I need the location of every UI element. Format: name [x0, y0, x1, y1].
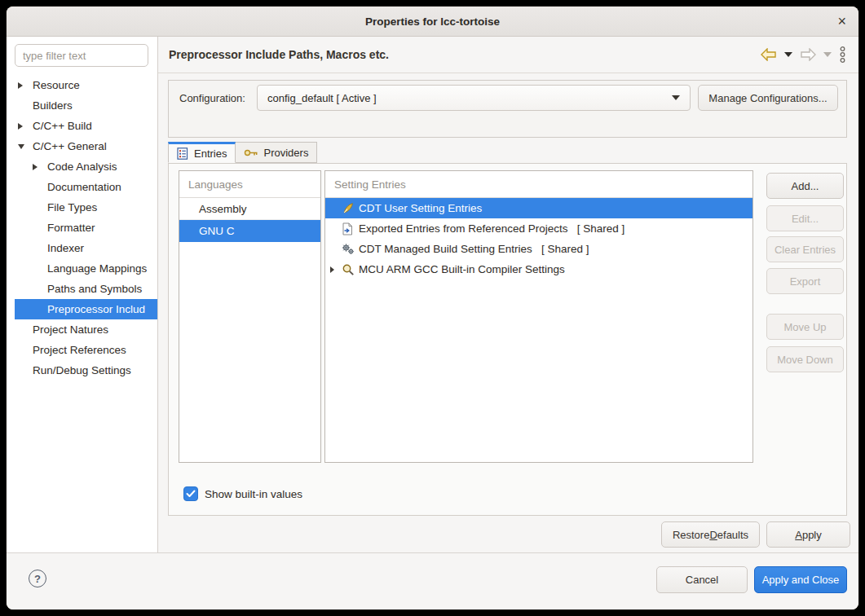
- chevron-down-icon: [672, 95, 680, 100]
- dialog-button-bar: ? Cancel Apply and Close: [7, 552, 858, 609]
- dialog-title: Properties for lcc-tortoise: [365, 15, 500, 28]
- apply-button[interactable]: Apply: [766, 521, 850, 548]
- manage-configurations-button[interactable]: Manage Configurations...: [698, 85, 838, 111]
- chevron-right-icon[interactable]: [330, 266, 334, 273]
- sidebar-item-formatter[interactable]: Formatter: [7, 218, 157, 238]
- sidebar-item-code-analysis[interactable]: Code Analysis: [7, 156, 157, 177]
- gears-icon: [342, 243, 355, 256]
- chevron-right-icon[interactable]: [18, 82, 23, 89]
- forward-history-dropdown-icon[interactable]: [823, 52, 832, 57]
- shared-badge: [ Shared ]: [577, 222, 625, 235]
- languages-panel: Languages Assembly GNU C: [179, 170, 321, 463]
- chevron-down-icon[interactable]: [18, 144, 24, 149]
- export-button[interactable]: Export: [766, 268, 844, 294]
- back-history-dropdown-icon[interactable]: [784, 52, 792, 57]
- magnifier-icon: [342, 263, 355, 276]
- quill-pen-icon: [342, 202, 355, 215]
- key-icon: [244, 148, 258, 157]
- close-icon[interactable]: ×: [837, 14, 846, 29]
- sidebar-item-run-debug-settings[interactable]: Run/Debug Settings: [7, 360, 157, 381]
- page-content: Preprocessor Include Paths, Macros etc.: [158, 37, 858, 552]
- tab-entries[interactable]: Entries: [168, 142, 236, 163]
- settings-tree: Resource Builders C/C++ Build C/C++ Gene…: [7, 73, 157, 552]
- titlebar: Properties for lcc-tortoise ×: [7, 7, 858, 37]
- sidebar-item-resource[interactable]: Resource: [7, 75, 157, 95]
- exported-document-icon: [342, 222, 353, 235]
- language-item-assembly[interactable]: Assembly: [179, 198, 320, 220]
- clear-entries-button[interactable]: Clear Entries: [766, 236, 844, 262]
- sidebar-item-documentation[interactable]: Documentation: [7, 177, 157, 197]
- sidebar-item-indexer[interactable]: Indexer: [7, 238, 157, 258]
- move-up-button[interactable]: Move Up: [766, 314, 844, 340]
- configuration-label: Configuration:: [179, 92, 257, 104]
- chevron-right-icon[interactable]: [33, 164, 38, 170]
- move-down-button[interactable]: Move Down: [766, 346, 844, 372]
- sidebar-item-language-mappings[interactable]: Language Mappings: [7, 258, 157, 279]
- tab-providers[interactable]: Providers: [236, 142, 317, 163]
- sidebar-item-project-natures[interactable]: Project Natures: [7, 319, 157, 340]
- properties-dialog: Properties for lcc-tortoise × Resource B…: [7, 7, 858, 609]
- entry-cdt-managed-build[interactable]: CDT Managed Build Setting Entries [ Shar…: [325, 239, 752, 259]
- sidebar-item-cpp-build[interactable]: C/C++ Build: [7, 116, 157, 136]
- language-item-gnu-c[interactable]: GNU C: [179, 220, 320, 242]
- chevron-right-icon[interactable]: [18, 123, 23, 130]
- sidebar-item-preprocessor-include[interactable]: Preprocessor Includ: [15, 299, 157, 319]
- page-title: Preprocessor Include Paths, Macros etc.: [169, 48, 389, 61]
- restore-defaults-button[interactable]: Restore Defaults: [661, 521, 760, 548]
- entry-mcu-arm-gcc-builtin[interactable]: MCU ARM GCC Built-in Compiler Settings: [325, 259, 752, 279]
- sidebar-item-paths-and-symbols[interactable]: Paths and Symbols: [7, 279, 157, 299]
- sidebar-item-builders[interactable]: Builders: [7, 95, 157, 116]
- configuration-panel: Configuration: config_default [ Active ]…: [168, 80, 847, 138]
- sidebar-item-file-types[interactable]: File Types: [7, 197, 157, 218]
- entry-cdt-user-setting-entries[interactable]: CDT User Setting Entries: [325, 198, 752, 218]
- entries-tab-content: Languages Assembly GNU C Setting Entries: [168, 163, 847, 516]
- help-icon[interactable]: ?: [29, 570, 46, 587]
- checkbox-label: Show built-in values: [205, 488, 302, 500]
- show-builtin-values-option[interactable]: Show built-in values: [183, 486, 302, 501]
- languages-header: Languages: [179, 171, 320, 198]
- sidebar-item-cpp-general[interactable]: C/C++ General: [7, 136, 157, 156]
- sidebar-item-project-references[interactable]: Project References: [7, 340, 157, 360]
- entry-exported-entries[interactable]: Exported Entries from Referenced Project…: [325, 218, 752, 239]
- setting-entries-header: Setting Entries: [325, 171, 752, 198]
- add-button[interactable]: Add...: [766, 173, 844, 199]
- edit-button[interactable]: Edit...: [766, 205, 844, 231]
- page-header: Preprocessor Include Paths, Macros etc.: [158, 37, 858, 73]
- apply-and-close-button[interactable]: Apply and Close: [754, 566, 847, 593]
- shared-badge: [ Shared ]: [541, 243, 589, 255]
- defaults-row: Restore Defaults Apply: [661, 521, 850, 548]
- tab-bar: Entries Providers: [168, 142, 317, 163]
- filter-input[interactable]: [15, 44, 148, 67]
- view-menu-icon[interactable]: [839, 46, 846, 64]
- configuration-select[interactable]: config_default [ Active ]: [257, 85, 691, 111]
- back-icon[interactable]: [761, 48, 777, 61]
- checkbox-checked-icon[interactable]: [183, 486, 198, 501]
- settings-sidebar: Resource Builders C/C++ Build C/C++ Gene…: [7, 37, 158, 552]
- setting-entries-panel: Setting Entries CDT User Setting Entries: [324, 170, 753, 463]
- forward-icon[interactable]: [800, 48, 816, 61]
- entries-list-icon: [177, 147, 189, 160]
- cancel-button[interactable]: Cancel: [656, 566, 748, 593]
- entry-actions: Add... Edit... Clear Entries Export Move…: [766, 173, 844, 372]
